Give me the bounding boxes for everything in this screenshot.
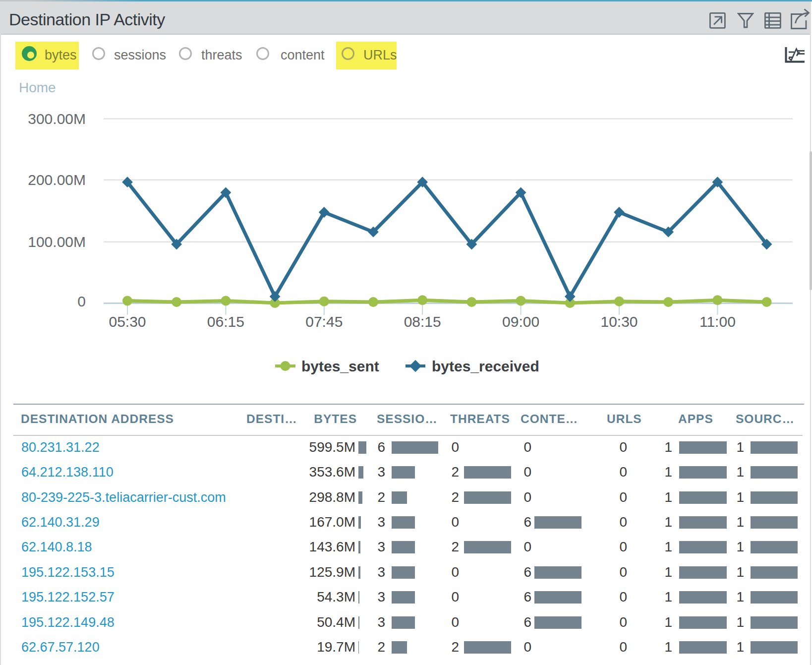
svg-text:10:30: 10:30 bbox=[600, 313, 638, 330]
svg-text:09:00: 09:00 bbox=[502, 313, 539, 330]
svg-text:11:00: 11:00 bbox=[699, 313, 736, 330]
svg-text:06:15: 06:15 bbox=[207, 313, 244, 330]
svg-text:07:45: 07:45 bbox=[305, 313, 343, 330]
svg-text:0: 0 bbox=[77, 293, 86, 309]
svg-text:08:15: 08:15 bbox=[404, 313, 441, 330]
svg-text:bytes_sent: bytes_sent bbox=[301, 358, 379, 374]
svg-text:05:30: 05:30 bbox=[109, 313, 146, 330]
svg-text:100.00M: 100.00M bbox=[28, 234, 86, 250]
svg-text:300.00M: 300.00M bbox=[28, 111, 86, 127]
svg-text:200.00M: 200.00M bbox=[28, 172, 86, 188]
svg-text:bytes_received: bytes_received bbox=[432, 358, 539, 374]
